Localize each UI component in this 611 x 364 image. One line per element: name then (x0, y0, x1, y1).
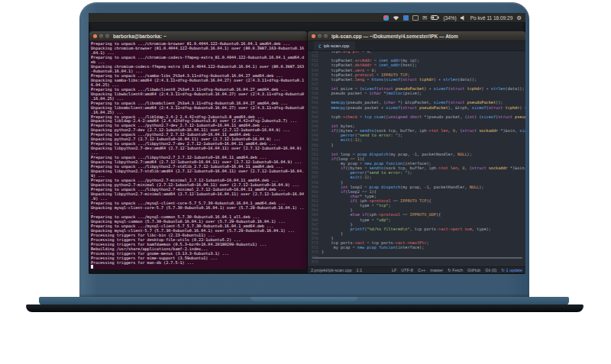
code-text (322, 259, 324, 264)
code-text: tcph->check = tcp_csum((unsigned short *… (322, 114, 525, 119)
status-cursor-position[interactable]: 1:1 (357, 268, 363, 272)
mail-icon[interactable]: ✉ (422, 13, 427, 23)
code-editor[interactable]: 530 tcph.urg_ptr = 0;531 532 tcpPacket.s… (308, 51, 525, 266)
volume-icon[interactable] (461, 15, 467, 21)
battery-percentage[interactable]: (34%) (443, 13, 456, 23)
system-top-bar: ✉ (34%) Po kvě 11 16:09:29 ⚙ (89, 13, 525, 23)
editor-titlebar[interactable]: ipk-scan.cpp — ~/Dokumenty/4.semester/IP… (308, 31, 525, 41)
code-text: my_pcap = new_pcap_funcion(interface); (322, 245, 424, 250)
status-right: LFUTF-8C++master↻ FetchGitHubGit (0)↻ 1 … (392, 268, 522, 272)
close-button[interactable] (312, 34, 315, 38)
status-item[interactable]: master (430, 268, 443, 272)
horizontal-scrollbar[interactable] (312, 257, 522, 259)
maximize-button[interactable] (105, 34, 109, 38)
status-left: 2.projekt/ipk-scan.cpp 1:1 (311, 268, 362, 272)
window-buttons (312, 34, 328, 38)
status-item[interactable]: C++ (418, 268, 425, 272)
status-item[interactable]: LF (392, 268, 396, 272)
laptop-screen: ✉ (34%) Po kvě 11 16:09:29 ⚙ barborka (89, 13, 525, 274)
tab-label: ipk-scan.cpp (324, 43, 350, 48)
status-item[interactable]: ↻ Fetch (448, 268, 463, 272)
c-file-icon: C (318, 43, 322, 49)
maximize-button[interactable] (324, 34, 328, 38)
code-text: printf("%d/%s filtered\n", tcp_ports->ac… (322, 227, 491, 231)
tab-ipk-scan[interactable]: C ipk-scan.cpp (314, 41, 355, 50)
input-source-icon[interactable] (383, 15, 389, 21)
system-tray: ✉ (34%) Po kvě 11 16:09:29 ⚙ (383, 13, 525, 23)
terminal-title: barborka@barborka: ~ (113, 34, 166, 39)
minimize-button[interactable] (99, 34, 103, 38)
window-buttons (93, 34, 109, 38)
code-line[interactable]: 575 (308, 259, 525, 264)
laptop-lid: ✉ (34%) Po kvě 11 16:09:29 ⚙ barborka (79, 2, 529, 297)
code-text: tcpPacket.leng = htons(sizeof(struct tcp… (322, 77, 477, 82)
code-text: tcph.urg_ptr = 0; (322, 51, 372, 53)
laptop-notch (251, 297, 357, 301)
status-update-badge[interactable]: ↻ 1 update (501, 268, 522, 272)
status-item[interactable]: Git (0) (485, 268, 496, 272)
editor-window: ipk-scan.cpp — ~/Dokumenty/4.semester/IP… (308, 31, 525, 273)
terminal-window: barborka@barborka: ~ Preparing to unpack… (89, 31, 307, 269)
laptop-mockup: ✉ (34%) Po kvě 11 16:09:29 ⚙ barborka (0, 0, 611, 364)
session-gear-icon[interactable]: ⚙ (516, 13, 522, 23)
indicator-icon[interactable] (412, 15, 419, 21)
wifi-icon[interactable] (393, 15, 399, 21)
code-line[interactable]: 542 memcpy(pseudo_packet + sizeof(struct… (308, 105, 525, 110)
terminal-cursor (91, 265, 93, 269)
keyboard-layout-icon[interactable] (403, 15, 409, 21)
status-item[interactable]: GitHub (467, 268, 480, 272)
terminal-titlebar[interactable]: barborka@barborka: ~ (89, 31, 307, 41)
terminal-output[interactable]: Preparing to unpack .../chromium-browser… (89, 41, 307, 269)
close-button[interactable] (93, 34, 97, 38)
status-file-path[interactable]: 2.projekt/ipk-scan.cpp (311, 268, 352, 272)
clock[interactable]: Po kvě 11 16:09:29 (470, 13, 513, 23)
editor-title: ipk-scan.cpp — ~/Dokumenty/4.semester/IP… (331, 34, 458, 39)
code-text: pseudo_packet = (char *)malloc(psize); (322, 91, 422, 95)
status-bar: 2.projekt/ipk-scan.cpp 1:1 LFUTF-8C++mas… (308, 266, 525, 273)
minimize-button[interactable] (318, 34, 322, 38)
code-line[interactable]: 544 tcph->check = tcp_csum((unsigned sho… (308, 114, 525, 119)
line-number: 575 (308, 259, 322, 264)
code-text: memcpy(pseudo_packet + sizeof(struct pse… (322, 105, 525, 110)
laptop-base-bottom (26, 304, 584, 312)
code-lines: 530 tcph.urg_ptr = 0;531 532 tcpPacket.s… (308, 51, 525, 264)
battery-icon[interactable] (431, 15, 439, 20)
status-item[interactable]: UTF-8 (401, 268, 413, 272)
tab-bar: C ipk-scan.cpp (308, 41, 525, 51)
